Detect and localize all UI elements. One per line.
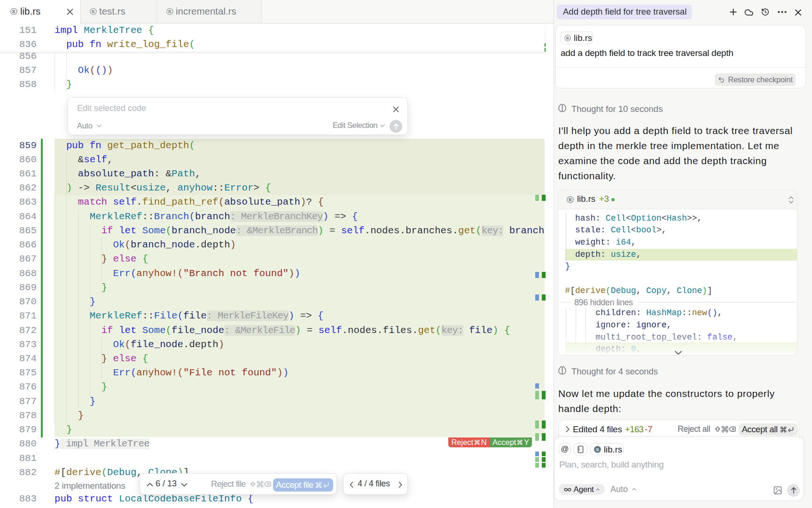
svg-text:R: R: [596, 447, 599, 452]
svg-text:R: R: [92, 9, 95, 14]
svg-text:R: R: [12, 9, 16, 14]
svg-text:R: R: [168, 9, 172, 14]
svg-text:R: R: [569, 197, 572, 202]
svg-text:R: R: [566, 36, 570, 40]
